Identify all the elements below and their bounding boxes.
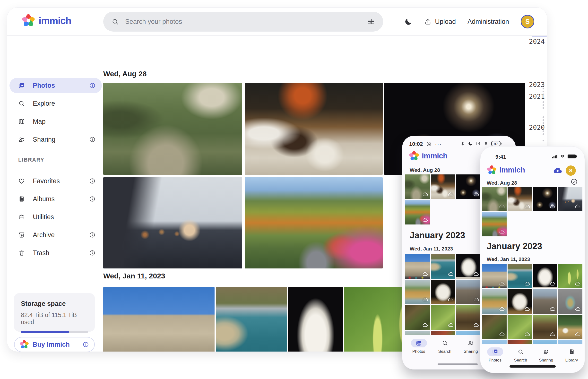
timeline-year[interactable]: 2024 <box>529 38 547 45</box>
thumb-bust[interactable] <box>533 264 557 288</box>
thumb-hands[interactable] <box>558 187 582 211</box>
upload-button[interactable]: Upload <box>424 18 456 26</box>
sidebar-item-photos[interactable]: Photos <box>10 78 102 93</box>
buy-immich-button[interactable]: Buy Immich <box>14 337 95 352</box>
timeline-dot <box>542 140 544 142</box>
timeline-dot <box>542 122 544 124</box>
thumb-zoo[interactable] <box>482 187 507 211</box>
thumb-berries[interactable] <box>558 264 582 288</box>
sidebar-item-map[interactable]: Map <box>10 114 102 129</box>
dark-mode-moon-icon[interactable] <box>404 17 413 26</box>
thumb-dinner[interactable] <box>431 174 455 199</box>
photo-coastal-bay[interactable] <box>216 287 287 352</box>
photo-dinner-table[interactable] <box>245 83 383 175</box>
storage-usage: 82.4 TiB of 115.1 TiB used <box>21 312 88 326</box>
immich-logo[interactable]: immich <box>22 14 71 27</box>
top-bar: immich Search your photos Upload Adminis… <box>7 8 547 36</box>
immich-flower-icon <box>20 340 29 349</box>
thumb-moss[interactable] <box>508 315 532 339</box>
month-header: January 2023 <box>487 241 542 252</box>
heart-icon <box>18 178 25 184</box>
info-icon[interactable] <box>89 178 95 184</box>
search-placeholder: Search your photos <box>125 18 361 26</box>
sidebar-item-favorites[interactable]: Favorites <box>10 173 102 189</box>
sidebar-item-utilities[interactable]: Utilities <box>10 209 102 225</box>
thumb-ruins[interactable] <box>533 289 557 314</box>
thumb-autumn[interactable] <box>482 212 507 237</box>
date-group-header: Wed, Jan 11, 2023 <box>487 256 530 262</box>
timeline-dot <box>542 94 544 95</box>
administration-label: Administration <box>467 18 509 26</box>
thumb-bust[interactable] <box>456 254 481 279</box>
tab-search[interactable]: Search <box>508 344 533 373</box>
sidebar-item-trash[interactable]: Trash <box>10 245 102 261</box>
thumb-zoo[interactable] <box>405 174 430 199</box>
thumb-white-rock[interactable] <box>508 289 532 314</box>
info-icon[interactable] <box>89 232 95 238</box>
moon-icon <box>468 141 473 146</box>
thumb-forest-floor[interactable] <box>405 305 430 330</box>
search-icon <box>442 340 448 346</box>
timeline-dot <box>542 101 544 103</box>
timeline-year[interactable]: 2021 <box>529 93 547 100</box>
trash-icon <box>18 250 25 256</box>
info-icon[interactable] <box>83 341 89 348</box>
administration-button[interactable]: Administration <box>467 18 509 26</box>
tab-library[interactable]: Library <box>559 344 584 373</box>
thumb-wood-structure[interactable] <box>456 305 481 330</box>
thumb-silver-centerpiece[interactable] <box>558 289 582 314</box>
search-icon <box>111 18 119 25</box>
sim-x-icon <box>476 141 481 146</box>
gesture-bar[interactable] <box>509 365 556 368</box>
select-check-icon[interactable] <box>571 178 578 186</box>
info-icon[interactable] <box>89 196 95 202</box>
thumb-beach-cliff[interactable] <box>482 289 507 314</box>
tab-photos[interactable]: Photos <box>406 335 432 370</box>
thumb-castle[interactable] <box>482 264 507 288</box>
photo-zoo-monkeys[interactable] <box>103 83 242 175</box>
sidebar-item-sharing[interactable]: Sharing <box>10 132 102 147</box>
gesture-bar[interactable] <box>438 363 478 365</box>
thumb-fireworks[interactable] <box>533 187 557 211</box>
sidebar-item-label: Sharing <box>33 136 81 143</box>
sidebar-item-explore[interactable]: Explore <box>10 96 102 111</box>
photos-icon <box>492 349 498 355</box>
timeline-year[interactable]: 2023 <box>529 81 547 88</box>
sidebar-item-albums[interactable]: Albums <box>10 191 102 207</box>
storage-title: Storage space <box>21 300 88 308</box>
thumb-ruins[interactable] <box>456 280 481 304</box>
sidebar-item-archive[interactable]: Archive <box>10 227 102 243</box>
filter-sliders-icon[interactable] <box>367 18 375 26</box>
thumb-white-rock[interactable] <box>431 280 455 304</box>
photo-fortress-walls[interactable] <box>103 287 215 352</box>
battery-icon: 97 <box>491 141 501 146</box>
info-icon[interactable] <box>89 136 95 142</box>
thumb-beach-cliff[interactable] <box>405 280 430 304</box>
user-avatar[interactable]: S <box>566 165 576 176</box>
photo-marble-bust[interactable] <box>288 287 343 352</box>
thumb-castle[interactable] <box>405 254 430 279</box>
timeline-dot <box>542 130 544 132</box>
timeline-dot <box>542 91 544 92</box>
timeline-dot <box>542 88 544 89</box>
thumb-alpine-village[interactable] <box>558 315 582 339</box>
timeline-year[interactable]: 2020 <box>529 124 547 131</box>
thumb-moss[interactable] <box>431 305 455 330</box>
thumb-fireworks[interactable] <box>456 174 481 199</box>
thumb-coast[interactable] <box>508 264 532 288</box>
photo-autumn-path[interactable] <box>245 177 383 268</box>
thumb-forest-floor[interactable] <box>482 315 507 339</box>
info-icon[interactable] <box>89 250 95 256</box>
cloud-upload-icon[interactable] <box>553 166 562 176</box>
info-icon[interactable] <box>89 82 95 89</box>
search-input[interactable]: Search your photos <box>103 12 383 32</box>
thumb-autumn[interactable] <box>405 200 430 224</box>
tab-sharing[interactable]: Sharing <box>533 344 559 373</box>
thumb-wood-structure[interactable] <box>533 315 557 339</box>
thumb-dinner[interactable] <box>508 187 532 211</box>
thumb-coast[interactable] <box>431 254 455 279</box>
photo-holding-hands[interactable] <box>103 177 242 268</box>
user-avatar[interactable]: S <box>521 15 534 29</box>
tab-photos[interactable]: Photos <box>482 344 508 373</box>
immich-logo: immich <box>487 165 525 175</box>
